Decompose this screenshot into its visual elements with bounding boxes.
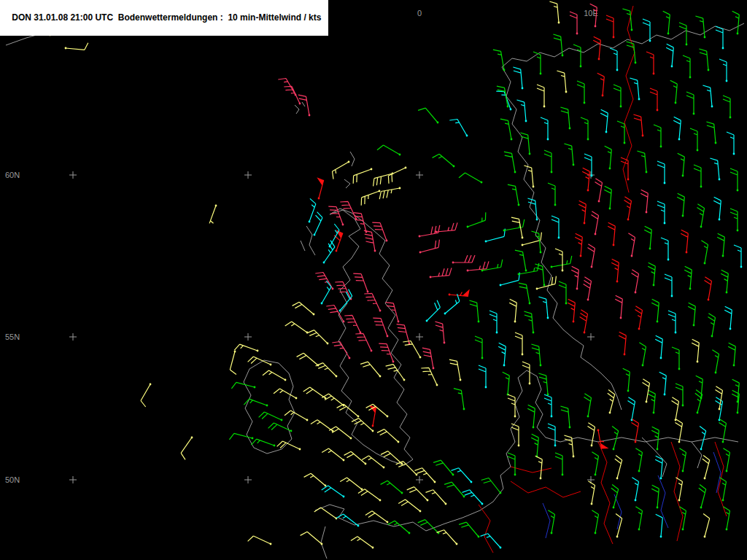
barb-staff <box>560 107 570 128</box>
station-dot <box>591 266 593 268</box>
station-dot <box>551 266 553 268</box>
station-dot <box>573 321 575 323</box>
wind-barb <box>358 489 381 502</box>
wind-barb <box>301 532 323 545</box>
wind-barb <box>415 468 436 483</box>
barb-staff <box>678 153 685 176</box>
barb-flag-50kt <box>462 289 470 296</box>
station-dot <box>349 357 351 359</box>
wind-barb <box>469 300 479 322</box>
station-dot <box>682 175 684 177</box>
wind-barb <box>730 168 738 191</box>
station-dot <box>580 255 582 257</box>
barb-staff <box>640 190 648 212</box>
station-dot <box>646 211 648 214</box>
barb-staff <box>551 216 559 238</box>
barb-staff <box>713 197 721 219</box>
station-dot <box>290 430 293 432</box>
barb-staff <box>557 71 566 92</box>
barb-staff <box>324 241 335 262</box>
station-dot <box>729 117 732 119</box>
station-dot <box>478 321 480 323</box>
barb-staff <box>430 268 452 277</box>
station-dot <box>270 364 272 366</box>
wind-barb <box>527 198 538 220</box>
station-dot <box>733 153 735 155</box>
wind-barb <box>581 117 589 140</box>
barb-staff <box>285 411 307 420</box>
station-dot <box>426 320 428 322</box>
barb-staff <box>340 478 362 489</box>
station-dot <box>595 532 597 534</box>
wind-barb <box>344 451 367 464</box>
wind-barb <box>555 453 563 475</box>
barb-staff <box>555 453 562 475</box>
station-dot <box>558 22 560 24</box>
barb-staff <box>548 510 554 533</box>
station-dot <box>697 149 699 152</box>
wind-barb <box>710 158 720 180</box>
barb-staff <box>628 233 635 256</box>
station-dot <box>65 47 67 50</box>
barb-staff <box>580 310 588 332</box>
station-dot <box>329 246 331 248</box>
wind-barb <box>679 448 686 472</box>
barb-staff <box>314 508 336 518</box>
barb-staff <box>314 212 322 235</box>
wind-barb <box>535 264 545 286</box>
station-dot <box>336 250 338 252</box>
wind-barb <box>703 513 710 537</box>
barb-staff <box>377 429 398 442</box>
barb-staff <box>623 368 630 391</box>
wind-barb <box>535 456 543 479</box>
barb-staff <box>427 300 440 321</box>
station-dot <box>595 474 597 476</box>
station-dot <box>510 109 512 111</box>
wind-barb <box>372 222 387 241</box>
station-dot <box>726 80 728 82</box>
wind-barb <box>496 91 511 110</box>
station-dot <box>587 416 589 418</box>
station-dot <box>471 481 473 483</box>
station-dot <box>500 284 502 287</box>
station-dot <box>481 503 484 505</box>
wind-barb <box>723 448 729 472</box>
barb-staff <box>293 302 314 314</box>
station-dot <box>518 445 520 447</box>
wind-barb <box>584 394 592 418</box>
station-dot <box>525 120 527 122</box>
barb-staff <box>475 336 482 358</box>
barb-staff <box>407 487 427 500</box>
barb-staff <box>673 117 681 139</box>
barb-staff <box>508 453 515 475</box>
barb-staff <box>651 485 659 508</box>
wind-barb <box>553 34 563 56</box>
station-dot <box>387 521 389 524</box>
station-dot <box>525 270 527 272</box>
wind-barb <box>708 314 716 338</box>
wind-barb <box>344 315 361 333</box>
station-dot <box>522 237 524 239</box>
wind-barb <box>407 487 429 502</box>
station-dot <box>675 102 677 104</box>
station-dot <box>496 332 498 334</box>
map-title: DON 31.01.08 21:00 UTC Bodenwettermeldun… <box>12 12 321 23</box>
station-dot <box>529 383 531 385</box>
wind-barb <box>329 427 352 439</box>
wind-barb <box>297 353 320 366</box>
wind-barb <box>388 521 411 534</box>
station-dot <box>433 368 435 370</box>
barb-staff <box>732 11 740 34</box>
barb-staff <box>560 406 570 427</box>
barb-staff <box>366 404 387 416</box>
station-dot <box>646 171 648 174</box>
barb-staff <box>630 78 639 99</box>
barb-staff <box>379 188 400 199</box>
station-dot <box>449 294 451 296</box>
station-dot <box>436 231 438 233</box>
barb-staff <box>351 537 373 548</box>
station-dot <box>613 244 615 246</box>
wind-barb <box>361 190 380 206</box>
wind-barb <box>351 537 374 549</box>
station-dot <box>503 365 506 367</box>
